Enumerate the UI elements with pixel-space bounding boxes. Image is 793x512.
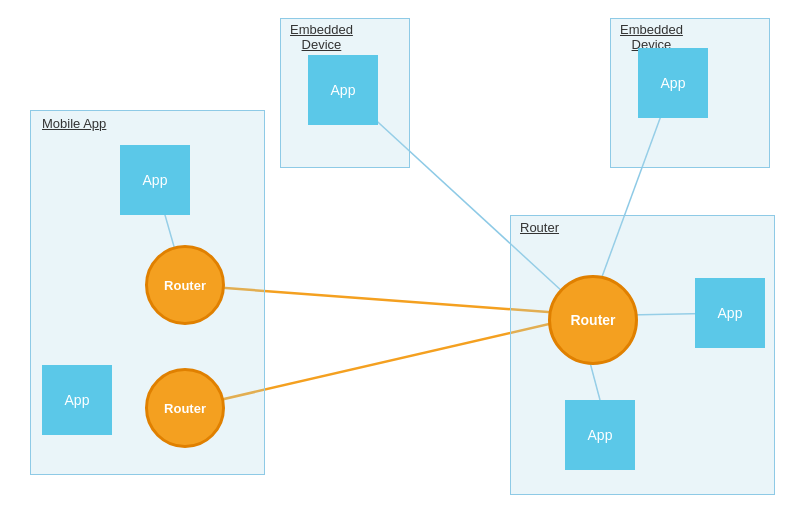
app-router-right: App (695, 278, 765, 348)
router-mobile-bottom: Router (145, 368, 225, 448)
mobile-app-label: Mobile App (42, 116, 106, 131)
app-embedded-1: App (308, 55, 378, 125)
router-region (510, 215, 775, 495)
router-mobile-top: Router (145, 245, 225, 325)
app-mobile-bottom-left: App (42, 365, 112, 435)
app-embedded-2: App (638, 48, 708, 118)
app-router-bottom: App (565, 400, 635, 470)
diagram-container: Mobile App EmbeddedDevice EmbeddedDevice… (0, 0, 793, 512)
router-region-label: Router (520, 220, 559, 235)
router-main: Router (548, 275, 638, 365)
app-mobile-top: App (120, 145, 190, 215)
embedded-device-1-label: EmbeddedDevice (290, 22, 353, 52)
